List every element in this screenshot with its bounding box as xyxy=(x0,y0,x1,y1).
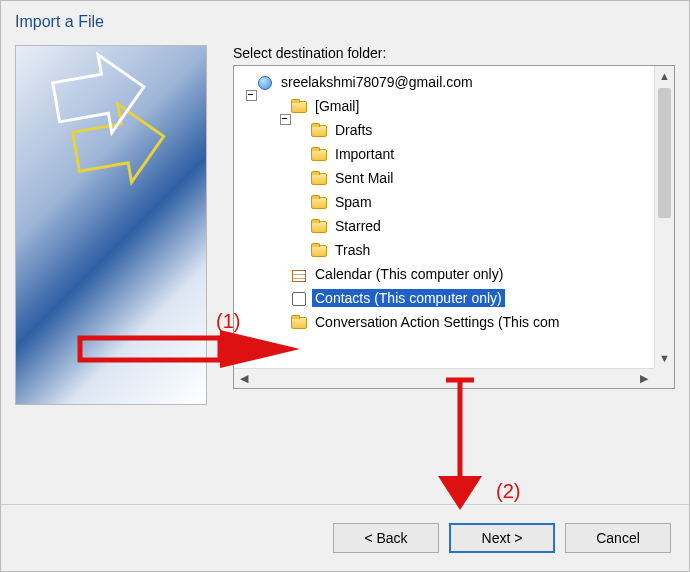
vertical-scrollbar[interactable]: ▲ ▼ xyxy=(654,66,674,368)
wizard-graphic-svg xyxy=(16,46,206,402)
cancel-button[interactable]: Cancel xyxy=(565,523,671,553)
folder-label: Drafts xyxy=(332,121,375,139)
next-button[interactable]: Next > xyxy=(449,523,555,553)
folder-icon xyxy=(310,170,328,186)
back-button[interactable]: < Back xyxy=(333,523,439,553)
folder-tree-container: sreelakshmi78079@gmail.com [Gmail] Draft… xyxy=(233,65,675,389)
tree-folder-sentmail[interactable]: Sent Mail xyxy=(240,166,654,190)
tree-folder-spam[interactable]: Spam xyxy=(240,190,654,214)
folder-label: Calendar (This computer only) xyxy=(312,265,506,283)
folder-icon xyxy=(310,146,328,162)
folder-icon xyxy=(310,242,328,258)
destination-pane: Select destination folder: sreelakshmi78… xyxy=(233,45,675,498)
folder-label: Trash xyxy=(332,241,373,259)
folder-tree[interactable]: sreelakshmi78079@gmail.com [Gmail] Draft… xyxy=(234,66,654,368)
wizard-graphic xyxy=(15,45,207,405)
tree-folder-drafts[interactable]: Drafts xyxy=(240,118,654,142)
button-bar: < Back Next > Cancel xyxy=(1,504,689,571)
tree-folder-important[interactable]: Important xyxy=(240,142,654,166)
tree-account[interactable]: sreelakshmi78079@gmail.com xyxy=(240,70,654,94)
destination-label: Select destination folder: xyxy=(233,45,675,61)
tree-gmail[interactable]: [Gmail] xyxy=(240,94,654,118)
scroll-down-icon[interactable]: ▼ xyxy=(655,348,674,368)
tree-folder-starred[interactable]: Starred xyxy=(240,214,654,238)
folder-icon xyxy=(310,218,328,234)
folder-label: Conversation Action Settings (This com xyxy=(312,313,562,331)
folder-icon xyxy=(290,314,308,330)
folder-icon xyxy=(290,98,308,114)
horizontal-scrollbar[interactable]: ◀ ▶ xyxy=(234,368,654,388)
contacts-icon xyxy=(290,290,308,306)
scroll-thumb[interactable] xyxy=(658,88,671,218)
scroll-up-icon[interactable]: ▲ xyxy=(655,66,674,86)
account-label: sreelakshmi78079@gmail.com xyxy=(278,73,476,91)
svg-marker-0 xyxy=(69,97,170,190)
folder-icon xyxy=(310,194,328,210)
folder-label: Contacts (This computer only) xyxy=(312,289,505,307)
scroll-right-icon[interactable]: ▶ xyxy=(634,372,654,385)
gmail-label: [Gmail] xyxy=(312,97,362,115)
calendar-icon xyxy=(290,266,308,282)
tree-calendar[interactable]: Calendar (This computer only) xyxy=(240,262,654,286)
tree-conversation-settings[interactable]: Conversation Action Settings (This com xyxy=(240,310,654,334)
folder-label: Important xyxy=(332,145,397,163)
scroll-corner xyxy=(654,368,674,388)
tree-folder-trash[interactable]: Trash xyxy=(240,238,654,262)
account-icon xyxy=(256,74,274,90)
folder-icon xyxy=(310,122,328,138)
dialog-title: Import a File xyxy=(1,1,689,35)
folder-label: Spam xyxy=(332,193,375,211)
tree-contacts[interactable]: Contacts (This computer only) xyxy=(240,286,654,310)
import-file-dialog: Import a File Select destination folder:… xyxy=(0,0,690,572)
dialog-content: Select destination folder: sreelakshmi78… xyxy=(1,35,689,504)
folder-label: Sent Mail xyxy=(332,169,396,187)
scroll-left-icon[interactable]: ◀ xyxy=(234,372,254,385)
folder-label: Starred xyxy=(332,217,384,235)
